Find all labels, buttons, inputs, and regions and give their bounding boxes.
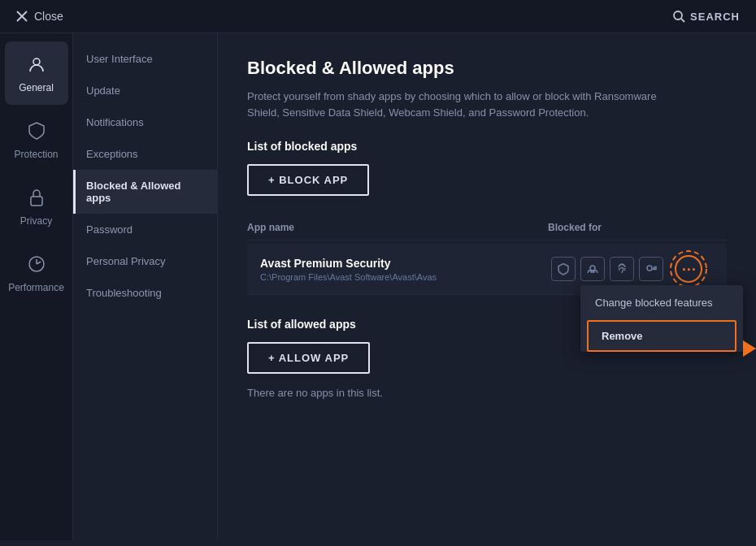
sidebar-item-privacy[interactable]: Privacy [5, 175, 68, 238]
search-label: SEARCH [690, 11, 740, 23]
table-header: App name Blocked for [247, 215, 727, 240]
allow-app-label: + ALLOW APP [268, 352, 349, 364]
privacy-label: Privacy [20, 215, 52, 227]
performance-icon [25, 253, 48, 275]
sub-nav-user-interface[interactable]: User Interface [73, 43, 217, 75]
dropdown-menu: Change blocked features Remove [580, 285, 743, 358]
webcam-icon [580, 257, 605, 281]
page-description: Protect yourself from shady apps by choo… [247, 89, 670, 120]
svg-line-3 [681, 19, 684, 22]
app-path: C:\Program Files\Avast Software\Avast\Av… [260, 272, 551, 282]
main-content: Blocked & Allowed apps Protect yourself … [218, 33, 756, 540]
ransomware-icon [551, 257, 576, 281]
more-options-button[interactable]: ⋯ [675, 255, 702, 283]
dropdown-popup: Change blocked features Remove [580, 285, 743, 352]
sub-nav-exceptions[interactable]: Exceptions [73, 138, 217, 170]
empty-allowed-text: There are no apps in this list. [247, 387, 727, 399]
sub-nav-update[interactable]: Update [73, 75, 217, 106]
svg-rect-8 [591, 271, 594, 272]
privacy-icon [25, 186, 48, 209]
top-bar: Close SEARCH [0, 0, 756, 33]
sub-nav-personal-privacy[interactable]: Personal Privacy [73, 245, 217, 277]
search-icon [672, 10, 685, 23]
performance-label: Performance [8, 282, 64, 293]
sub-nav-password[interactable]: Password [73, 214, 217, 245]
sub-nav-troubleshooting[interactable]: Troubleshooting [73, 277, 217, 309]
block-app-label: + BLOCK APP [268, 174, 348, 186]
close-button[interactable]: Close [16, 10, 63, 23]
protection-label: Protection [14, 149, 58, 160]
remove-item[interactable]: Remove [587, 320, 736, 352]
app-feature-icons: ⋯ [551, 255, 714, 283]
password-icon [639, 257, 663, 281]
allow-app-button[interactable]: + ALLOW APP [247, 342, 370, 374]
col-blocked-header: Blocked for [548, 222, 727, 233]
app-name: Avast Premium Security [260, 257, 551, 270]
block-app-button[interactable]: + BLOCK APP [247, 164, 369, 196]
close-label: Close [34, 10, 63, 23]
col-name-header: App name [247, 222, 548, 233]
more-options-icon: ⋯ [681, 260, 696, 278]
blocked-section-title: List of blocked apps [247, 140, 727, 153]
general-label: General [19, 82, 54, 93]
svg-rect-5 [31, 197, 42, 206]
sub-sidebar: User Interface Update Notifications Exce… [73, 33, 218, 540]
page-title: Blocked & Allowed apps [247, 58, 727, 79]
general-icon [25, 53, 48, 76]
svg-point-4 [33, 58, 40, 65]
protection-icon [25, 119, 48, 142]
sidebar-item-protection[interactable]: Protection [5, 108, 68, 171]
app-info: Avast Premium Security C:\Program Files\… [260, 257, 551, 282]
svg-point-9 [647, 266, 652, 271]
sidebar-item-performance[interactable]: Performance [5, 241, 68, 305]
icon-sidebar: General Protection Privacy [0, 33, 73, 540]
svg-point-7 [590, 266, 595, 271]
search-button[interactable]: SEARCH [672, 10, 740, 23]
close-icon [16, 11, 28, 22]
sub-nav-notifications[interactable]: Notifications [73, 106, 217, 138]
fingerprint-icon [610, 257, 634, 281]
svg-point-2 [674, 11, 682, 20]
sub-nav-blocked-allowed[interactable]: Blocked & Allowed apps [73, 170, 217, 214]
sidebar-item-general[interactable]: General [5, 41, 68, 105]
main-layout: General Protection Privacy [0, 33, 756, 540]
change-blocked-features-item[interactable]: Change blocked features [580, 285, 743, 320]
dropdown-arrow [743, 340, 756, 357]
